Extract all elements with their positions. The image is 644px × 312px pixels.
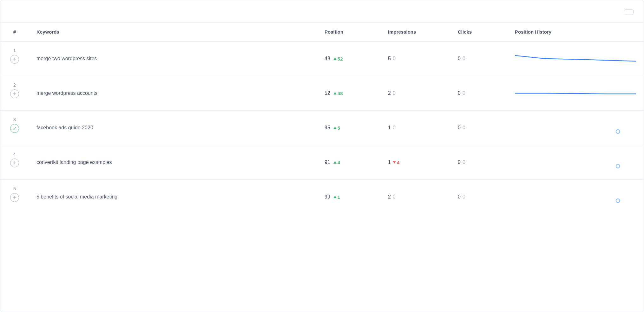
- position-value: 91: [325, 159, 330, 165]
- position-history-cell: [507, 180, 644, 214]
- row-number-cell: 2+: [0, 76, 29, 111]
- row-number: 3: [8, 117, 21, 122]
- position-history-cell: [507, 145, 644, 180]
- add-circle-icon[interactable]: +: [10, 159, 19, 167]
- position-cell: 99 1: [317, 180, 380, 214]
- table-row: 1+merge two wordpress sites48 525000: [0, 41, 644, 76]
- row-number: 2: [8, 82, 21, 88]
- triangle-up-icon: [333, 127, 337, 129]
- impressions-cell: 20: [380, 180, 450, 214]
- impressions-value: 2: [388, 90, 391, 96]
- row-number-cell: 4+: [0, 145, 29, 180]
- row-number-cell: 1+: [0, 41, 29, 76]
- history-chart: [515, 49, 636, 68]
- position-value: 95: [325, 125, 330, 131]
- impressions-secondary: 0: [393, 194, 396, 200]
- clicks-value: 0: [458, 90, 461, 96]
- clicks-cell: 00: [450, 41, 507, 76]
- col-header-hash: #: [0, 23, 29, 41]
- row-number: 4: [8, 152, 21, 157]
- keyword-text: facebook ads guide 2020: [36, 125, 93, 130]
- keyword-cell: 5 benefits of social media marketing: [29, 180, 317, 214]
- position-change: 52: [333, 56, 343, 62]
- svg-point-1: [616, 164, 620, 168]
- position-change: 1: [333, 194, 340, 200]
- add-circle-icon[interactable]: +: [10, 193, 19, 202]
- row-number: 1: [8, 48, 21, 53]
- keywords-table: # Keywords Position Impressions Clicks P…: [0, 23, 644, 214]
- history-chart: [515, 84, 636, 103]
- impressions-secondary: 0: [393, 125, 396, 131]
- position-value: 99: [325, 194, 330, 200]
- impressions-cell: 50: [380, 41, 450, 76]
- position-cell: 48 52: [317, 41, 380, 76]
- clicks-value: 0: [458, 56, 461, 62]
- keyword-cell: convertkit landing page examples: [29, 145, 317, 180]
- position-change: 48: [333, 91, 343, 96]
- position-value: 48: [325, 56, 330, 62]
- keyword-cell: merge two wordpress sites: [29, 41, 317, 76]
- clicks-value: 0: [458, 159, 461, 165]
- position-history-cell: [507, 41, 644, 76]
- clicks-value: 0: [458, 194, 461, 200]
- add-circle-icon[interactable]: +: [10, 55, 19, 64]
- impressions-value: 1: [388, 125, 391, 131]
- triangle-up-icon: [333, 161, 337, 164]
- triangle-up-icon: [333, 57, 337, 60]
- history-chart: [515, 153, 636, 172]
- impressions-value: 1: [388, 159, 391, 165]
- position-change: 4: [333, 160, 340, 165]
- keyword-cell: facebook ads guide 2020: [29, 111, 317, 145]
- svg-point-0: [616, 130, 620, 133]
- col-header-position: Position: [317, 23, 380, 41]
- position-value: 52: [325, 90, 330, 96]
- clicks-cell: 00: [450, 145, 507, 180]
- widget-container: # Keywords Position Impressions Clicks P…: [0, 0, 644, 312]
- table-row: 2+merge wordpress accounts52 482000: [0, 76, 644, 111]
- triangle-up-icon: [333, 196, 337, 198]
- table-row: 5+5 benefits of social media marketing99…: [0, 180, 644, 214]
- keyword-text: convertkit landing page examples: [36, 159, 112, 165]
- keyword-cell: merge wordpress accounts: [29, 76, 317, 111]
- table-row: 4+convertkit landing page examples91 41 …: [0, 145, 644, 180]
- impressions-secondary: 0: [393, 90, 396, 96]
- col-header-impressions: Impressions: [380, 23, 450, 41]
- clicks-cell: 00: [450, 180, 507, 214]
- position-change: 5: [333, 125, 340, 131]
- add-circle-icon[interactable]: +: [10, 89, 19, 98]
- position-cell: 52 48: [317, 76, 380, 111]
- impressions-value: 5: [388, 56, 391, 62]
- clicks-secondary: 0: [463, 56, 465, 62]
- table-row: 3✓facebook ads guide 202095 51000: [0, 111, 644, 145]
- triangle-down-icon: [393, 161, 396, 164]
- clicks-secondary: 0: [463, 125, 465, 131]
- clicks-secondary: 0: [463, 159, 465, 165]
- col-header-keywords: Keywords: [29, 23, 317, 41]
- clicks-secondary: 0: [463, 194, 465, 200]
- col-header-clicks: Clicks: [450, 23, 507, 41]
- table-header-row: # Keywords Position Impressions Clicks P…: [0, 23, 644, 41]
- col-header-position-history: Position History: [507, 23, 644, 41]
- impressions-cell: 10: [380, 111, 450, 145]
- row-number-cell: 5+: [0, 180, 29, 214]
- keywords-table-wrapper: # Keywords Position Impressions Clicks P…: [0, 23, 644, 214]
- position-cell: 95 5: [317, 111, 380, 145]
- position-cell: 91 4: [317, 145, 380, 180]
- widget-header: [0, 0, 644, 23]
- row-number: 5: [8, 186, 21, 191]
- history-chart: [515, 118, 636, 137]
- impressions-value: 2: [388, 194, 391, 200]
- more-options-button[interactable]: [624, 9, 634, 15]
- impressions-cell: 1 4: [380, 145, 450, 180]
- clicks-value: 0: [458, 125, 461, 131]
- triangle-up-icon: [333, 92, 337, 94]
- impressions-change: 4: [393, 160, 399, 165]
- keyword-text: merge wordpress accounts: [36, 90, 97, 96]
- impressions-cell: 20: [380, 76, 450, 111]
- check-circle-icon[interactable]: ✓: [10, 124, 19, 133]
- impressions-secondary: 0: [393, 56, 396, 62]
- row-number-cell: 3✓: [0, 111, 29, 145]
- position-history-cell: [507, 111, 644, 145]
- svg-point-2: [616, 199, 620, 203]
- clicks-cell: 00: [450, 111, 507, 145]
